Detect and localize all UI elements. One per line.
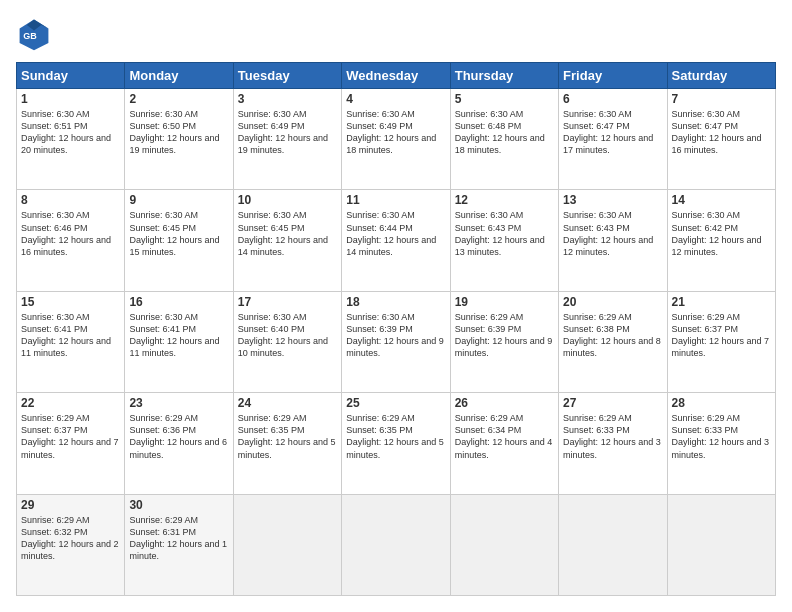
calendar-cell [233,494,341,595]
calendar-cell: 25 Sunrise: 6:29 AM Sunset: 6:35 PM Dayl… [342,393,450,494]
cell-info: Sunrise: 6:30 AM Sunset: 6:42 PM Dayligh… [672,209,771,258]
calendar-header-friday: Friday [559,63,667,89]
calendar-cell: 19 Sunrise: 6:29 AM Sunset: 6:39 PM Dayl… [450,291,558,392]
cell-info: Sunrise: 6:30 AM Sunset: 6:47 PM Dayligh… [672,108,771,157]
calendar-cell [342,494,450,595]
day-number: 27 [563,396,662,410]
calendar-cell [667,494,775,595]
calendar-week-5: 29 Sunrise: 6:29 AM Sunset: 6:32 PM Dayl… [17,494,776,595]
calendar-cell: 13 Sunrise: 6:30 AM Sunset: 6:43 PM Dayl… [559,190,667,291]
calendar-cell: 28 Sunrise: 6:29 AM Sunset: 6:33 PM Dayl… [667,393,775,494]
header: GB [16,16,776,52]
cell-info: Sunrise: 6:30 AM Sunset: 6:41 PM Dayligh… [21,311,120,360]
calendar-week-1: 1 Sunrise: 6:30 AM Sunset: 6:51 PM Dayli… [17,89,776,190]
cell-info: Sunrise: 6:29 AM Sunset: 6:36 PM Dayligh… [129,412,228,461]
calendar-cell: 7 Sunrise: 6:30 AM Sunset: 6:47 PM Dayli… [667,89,775,190]
cell-info: Sunrise: 6:29 AM Sunset: 6:31 PM Dayligh… [129,514,228,563]
calendar-cell: 8 Sunrise: 6:30 AM Sunset: 6:46 PM Dayli… [17,190,125,291]
cell-info: Sunrise: 6:30 AM Sunset: 6:51 PM Dayligh… [21,108,120,157]
cell-info: Sunrise: 6:29 AM Sunset: 6:34 PM Dayligh… [455,412,554,461]
day-number: 6 [563,92,662,106]
cell-info: Sunrise: 6:30 AM Sunset: 6:45 PM Dayligh… [238,209,337,258]
day-number: 26 [455,396,554,410]
calendar-cell: 15 Sunrise: 6:30 AM Sunset: 6:41 PM Dayl… [17,291,125,392]
day-number: 16 [129,295,228,309]
calendar-cell: 27 Sunrise: 6:29 AM Sunset: 6:33 PM Dayl… [559,393,667,494]
day-number: 12 [455,193,554,207]
cell-info: Sunrise: 6:29 AM Sunset: 6:33 PM Dayligh… [672,412,771,461]
calendar-cell: 14 Sunrise: 6:30 AM Sunset: 6:42 PM Dayl… [667,190,775,291]
day-number: 1 [21,92,120,106]
svg-text:GB: GB [23,31,37,41]
calendar-cell: 26 Sunrise: 6:29 AM Sunset: 6:34 PM Dayl… [450,393,558,494]
calendar-week-4: 22 Sunrise: 6:29 AM Sunset: 6:37 PM Dayl… [17,393,776,494]
day-number: 7 [672,92,771,106]
calendar-cell: 4 Sunrise: 6:30 AM Sunset: 6:49 PM Dayli… [342,89,450,190]
calendar-cell: 22 Sunrise: 6:29 AM Sunset: 6:37 PM Dayl… [17,393,125,494]
calendar-table: SundayMondayTuesdayWednesdayThursdayFrid… [16,62,776,596]
calendar-header-wednesday: Wednesday [342,63,450,89]
day-number: 21 [672,295,771,309]
calendar-cell: 2 Sunrise: 6:30 AM Sunset: 6:50 PM Dayli… [125,89,233,190]
day-number: 23 [129,396,228,410]
day-number: 20 [563,295,662,309]
calendar-header-row: SundayMondayTuesdayWednesdayThursdayFrid… [17,63,776,89]
calendar-header-sunday: Sunday [17,63,125,89]
cell-info: Sunrise: 6:30 AM Sunset: 6:44 PM Dayligh… [346,209,445,258]
calendar-week-3: 15 Sunrise: 6:30 AM Sunset: 6:41 PM Dayl… [17,291,776,392]
calendar-cell: 21 Sunrise: 6:29 AM Sunset: 6:37 PM Dayl… [667,291,775,392]
day-number: 30 [129,498,228,512]
calendar-cell: 5 Sunrise: 6:30 AM Sunset: 6:48 PM Dayli… [450,89,558,190]
day-number: 14 [672,193,771,207]
day-number: 19 [455,295,554,309]
day-number: 18 [346,295,445,309]
calendar-cell: 1 Sunrise: 6:30 AM Sunset: 6:51 PM Dayli… [17,89,125,190]
cell-info: Sunrise: 6:29 AM Sunset: 6:35 PM Dayligh… [346,412,445,461]
day-number: 15 [21,295,120,309]
day-number: 2 [129,92,228,106]
logo-icon: GB [16,16,52,52]
cell-info: Sunrise: 6:30 AM Sunset: 6:43 PM Dayligh… [563,209,662,258]
calendar-header-thursday: Thursday [450,63,558,89]
cell-info: Sunrise: 6:29 AM Sunset: 6:33 PM Dayligh… [563,412,662,461]
calendar-cell: 20 Sunrise: 6:29 AM Sunset: 6:38 PM Dayl… [559,291,667,392]
cell-info: Sunrise: 6:30 AM Sunset: 6:48 PM Dayligh… [455,108,554,157]
calendar-cell: 29 Sunrise: 6:29 AM Sunset: 6:32 PM Dayl… [17,494,125,595]
logo: GB [16,16,56,52]
day-number: 24 [238,396,337,410]
calendar-cell: 6 Sunrise: 6:30 AM Sunset: 6:47 PM Dayli… [559,89,667,190]
calendar-cell [450,494,558,595]
day-number: 8 [21,193,120,207]
calendar-cell: 9 Sunrise: 6:30 AM Sunset: 6:45 PM Dayli… [125,190,233,291]
calendar-cell: 18 Sunrise: 6:30 AM Sunset: 6:39 PM Dayl… [342,291,450,392]
cell-info: Sunrise: 6:30 AM Sunset: 6:40 PM Dayligh… [238,311,337,360]
calendar-cell [559,494,667,595]
cell-info: Sunrise: 6:30 AM Sunset: 6:49 PM Dayligh… [346,108,445,157]
day-number: 17 [238,295,337,309]
day-number: 10 [238,193,337,207]
calendar-header-saturday: Saturday [667,63,775,89]
day-number: 13 [563,193,662,207]
page: GB SundayMondayTuesdayWednesdayThursdayF… [0,0,792,612]
day-number: 22 [21,396,120,410]
cell-info: Sunrise: 6:30 AM Sunset: 6:43 PM Dayligh… [455,209,554,258]
calendar-cell: 12 Sunrise: 6:30 AM Sunset: 6:43 PM Dayl… [450,190,558,291]
cell-info: Sunrise: 6:30 AM Sunset: 6:50 PM Dayligh… [129,108,228,157]
day-number: 25 [346,396,445,410]
calendar-header-monday: Monday [125,63,233,89]
cell-info: Sunrise: 6:29 AM Sunset: 6:38 PM Dayligh… [563,311,662,360]
calendar-cell: 24 Sunrise: 6:29 AM Sunset: 6:35 PM Dayl… [233,393,341,494]
cell-info: Sunrise: 6:30 AM Sunset: 6:45 PM Dayligh… [129,209,228,258]
cell-info: Sunrise: 6:30 AM Sunset: 6:47 PM Dayligh… [563,108,662,157]
calendar-cell: 16 Sunrise: 6:30 AM Sunset: 6:41 PM Dayl… [125,291,233,392]
cell-info: Sunrise: 6:30 AM Sunset: 6:41 PM Dayligh… [129,311,228,360]
calendar-cell: 11 Sunrise: 6:30 AM Sunset: 6:44 PM Dayl… [342,190,450,291]
cell-info: Sunrise: 6:30 AM Sunset: 6:39 PM Dayligh… [346,311,445,360]
calendar-cell: 3 Sunrise: 6:30 AM Sunset: 6:49 PM Dayli… [233,89,341,190]
calendar-cell: 30 Sunrise: 6:29 AM Sunset: 6:31 PM Dayl… [125,494,233,595]
calendar-cell: 17 Sunrise: 6:30 AM Sunset: 6:40 PM Dayl… [233,291,341,392]
cell-info: Sunrise: 6:29 AM Sunset: 6:35 PM Dayligh… [238,412,337,461]
calendar-cell: 10 Sunrise: 6:30 AM Sunset: 6:45 PM Dayl… [233,190,341,291]
cell-info: Sunrise: 6:29 AM Sunset: 6:32 PM Dayligh… [21,514,120,563]
day-number: 3 [238,92,337,106]
